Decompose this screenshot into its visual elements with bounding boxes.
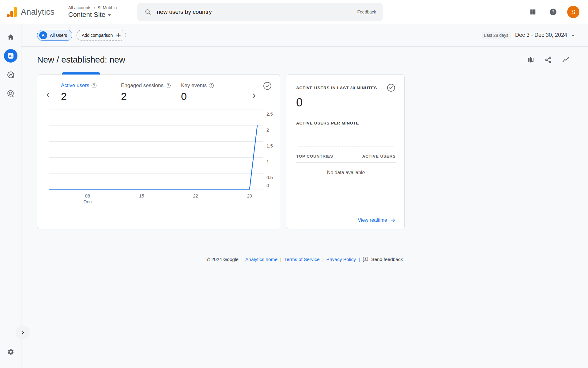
report-title-row: New / established: new <box>21 47 588 73</box>
svg-text:2.5: 2.5 <box>266 111 273 117</box>
separator: | <box>241 257 243 262</box>
segment-avatar: A <box>39 31 47 39</box>
search-input[interactable] <box>157 9 357 15</box>
feedback-link[interactable]: Feedback <box>357 10 376 14</box>
metrics-chart-card: Active users2Engaged sessions2Key events… <box>37 74 280 229</box>
svg-text:Dec: Dec <box>84 199 92 204</box>
search-icon <box>145 9 151 15</box>
metrics-scroll-left-button[interactable] <box>44 91 52 99</box>
data-quality-button[interactable] <box>386 83 396 92</box>
breadcrumb-all-accounts: All accounts <box>68 5 91 10</box>
privacy-policy-link[interactable]: Privacy Policy <box>326 257 356 262</box>
no-data-message: No data available <box>296 170 396 175</box>
account-switcher[interactable]: All accounts SLMobbin Content Site <box>68 5 117 19</box>
realtime-title: ACTIVE USERS IN LAST 30 MINUTES <box>296 86 377 92</box>
check-circle-icon <box>263 81 272 90</box>
view-realtime-label: View realtime <box>358 217 387 223</box>
help-icon[interactable] <box>209 83 214 88</box>
metric-label: Engaged sessions <box>121 82 164 89</box>
active-users-header: ACTIVE USERS <box>362 154 396 160</box>
analytics-logo-icon <box>7 6 18 18</box>
explore-icon <box>7 71 15 79</box>
segment-label: All Users <box>50 33 67 38</box>
separator: | <box>359 257 360 262</box>
user-avatar[interactable]: S <box>567 6 579 18</box>
compare-icon <box>527 56 534 63</box>
send-feedback-label: Send feedback <box>371 257 403 262</box>
property-selector[interactable]: Content Site <box>68 11 117 19</box>
metric-tab-key-events[interactable]: Key events0 <box>181 82 241 102</box>
add-comparison-button[interactable]: Add comparison <box>77 30 126 41</box>
active-users-line-chart: 00.511.522.508Dec152229 <box>37 109 281 205</box>
svg-text:22: 22 <box>193 193 198 198</box>
send-feedback-button[interactable]: Send feedback <box>363 256 403 262</box>
date-range-value: Dec 3 - Dec 30, 2024 <box>515 32 567 38</box>
nav-home[interactable] <box>4 30 17 44</box>
share-icon <box>545 56 552 63</box>
metric-value: 2 <box>61 90 121 102</box>
add-comparison-label: Add comparison <box>82 33 113 38</box>
chevron-down-icon <box>571 35 575 36</box>
metric-label: Key events <box>181 82 207 89</box>
left-nav-rail <box>0 24 21 368</box>
metric-tab-engaged-sessions[interactable]: Engaged sessions2 <box>121 82 181 102</box>
top-countries-header: TOP COUNTRIES <box>296 154 333 160</box>
breadcrumb-account: SLMobbin <box>97 5 117 10</box>
header-divider <box>62 6 62 18</box>
nav-admin[interactable] <box>4 345 17 358</box>
chevron-down-icon <box>108 14 111 16</box>
svg-text:29: 29 <box>247 193 252 198</box>
metrics-scroll-right-button[interactable] <box>250 92 258 100</box>
chevron-right-icon <box>251 93 257 98</box>
metric-tabs: Active users2Engaged sessions2Key events… <box>61 82 241 102</box>
nav-reports[interactable] <box>4 49 17 63</box>
per-minute-label: ACTIVE USERS PER MINUTE <box>296 121 396 125</box>
view-realtime-link[interactable]: View realtime <box>358 217 396 223</box>
segment-chip-all-users[interactable]: A All Users <box>37 30 72 41</box>
nav-explore[interactable] <box>4 68 17 82</box>
svg-text:0: 0 <box>266 183 269 188</box>
per-minute-sparkline-placeholder <box>299 125 393 147</box>
help-icon: ? <box>549 8 557 16</box>
property-name: Content Site <box>68 11 105 19</box>
arrow-right-icon <box>390 217 396 223</box>
terms-of-service-link[interactable]: Terms of Service <box>284 257 319 262</box>
insights-button[interactable] <box>562 56 570 64</box>
insights-icon <box>562 56 570 64</box>
main-content: A All Users Add comparison Last 28 days … <box>21 24 588 368</box>
app-header: Analytics All accounts SLMobbin Content … <box>0 0 588 24</box>
date-preset-label: Last 28 days <box>482 32 511 39</box>
separator: | <box>280 257 281 262</box>
edit-comparisons-button[interactable] <box>526 56 535 64</box>
svg-text:2: 2 <box>266 127 269 132</box>
apps-grid-button[interactable] <box>527 6 539 18</box>
active-tab-indicator <box>62 72 100 75</box>
search-bar[interactable]: Feedback <box>137 3 383 21</box>
metric-value: 2 <box>121 90 181 102</box>
comparison-toolbar: A All Users Add comparison Last 28 days … <box>21 24 588 47</box>
svg-text:?: ? <box>552 10 555 14</box>
help-icon[interactable] <box>92 83 96 88</box>
svg-text:15: 15 <box>139 193 144 198</box>
nav-advertising[interactable] <box>4 87 17 100</box>
home-icon <box>7 33 14 41</box>
data-quality-button[interactable] <box>263 81 272 90</box>
date-range-picker[interactable]: Last 28 days Dec 3 - Dec 30, 2024 <box>482 32 575 39</box>
svg-text:08: 08 <box>85 193 90 198</box>
separator: | <box>322 257 324 262</box>
analytics-logo[interactable]: Analytics <box>7 6 55 18</box>
svg-text:0.5: 0.5 <box>266 175 273 180</box>
copyright: © 2024 Google <box>206 257 239 262</box>
reports-icon <box>7 52 14 59</box>
plus-icon <box>116 33 121 38</box>
help-button[interactable]: ? <box>547 6 559 18</box>
page-title: New / established: new <box>37 55 125 65</box>
feedback-icon <box>363 256 368 262</box>
share-button[interactable] <box>544 56 552 64</box>
metric-tab-active-users[interactable]: Active users2 <box>61 82 121 102</box>
table-rule <box>296 162 396 163</box>
analytics-home-link[interactable]: Analytics home <box>245 257 277 262</box>
page-footer: © 2024 Google | Analytics home | Terms o… <box>21 256 588 262</box>
check-circle-icon <box>386 83 396 92</box>
help-icon[interactable] <box>166 83 171 88</box>
